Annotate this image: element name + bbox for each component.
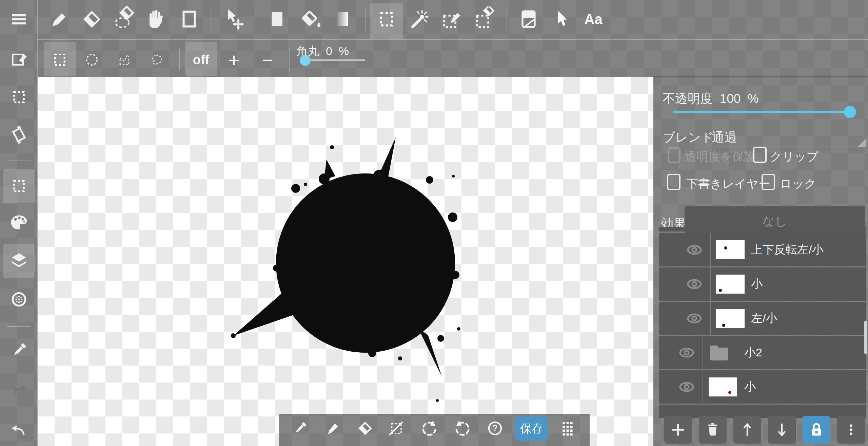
eyedropper-button[interactable]	[3, 334, 35, 367]
quick-eyedropper-button[interactable]	[287, 415, 313, 441]
screentone-tool-button[interactable]	[512, 3, 545, 36]
move-layer-down-button[interactable]	[768, 416, 796, 444]
layer-row[interactable]: 上下反転左/小	[659, 233, 866, 266]
blend-mode-dropdown[interactable]: 通過	[712, 129, 737, 146]
layer-list-scrollbar[interactable]	[864, 321, 867, 354]
draft-layer-label: 下書きレイヤー	[686, 176, 770, 192]
delete-layer-button[interactable]	[699, 416, 727, 444]
lock-layer-button[interactable]	[803, 416, 830, 444]
color-palette-button[interactable]	[3, 206, 35, 239]
selection-expand-button[interactable]: +	[219, 45, 249, 75]
lock-icon	[807, 420, 826, 439]
clip-label: クリップ	[770, 149, 818, 165]
select-pen-tool-button[interactable]	[435, 3, 468, 36]
layer-menu-button[interactable]	[837, 416, 865, 444]
selection-shrink-button[interactable]: −	[253, 45, 282, 75]
main-menu-button[interactable]	[3, 3, 35, 36]
lasso-eraser-tool-button[interactable]	[108, 3, 141, 36]
layer-name: 左/小	[751, 311, 777, 326]
toolbar-separator	[365, 8, 366, 32]
layer-folder-row[interactable]: 小2	[659, 336, 866, 369]
undo-button[interactable]	[3, 413, 35, 445]
rotate-cw-icon	[453, 419, 472, 438]
clip-checkbox[interactable]	[753, 147, 767, 163]
edit-canvas-icon	[8, 49, 30, 70]
solid-color-swatch	[265, 7, 290, 32]
cursor-icon	[549, 7, 573, 32]
move-tool-button[interactable]	[218, 3, 250, 36]
gradient-tool-button[interactable]	[327, 3, 359, 36]
opacity-slider-track[interactable]	[673, 111, 850, 113]
marquee-select-tool-button[interactable]	[370, 3, 403, 36]
thumbnail-dot	[719, 289, 722, 292]
text-tool-button[interactable]: Aa	[577, 3, 610, 36]
visibility-eye-icon[interactable]	[678, 347, 695, 358]
rotate-cw-button[interactable]	[450, 415, 475, 441]
ellipse-select-icon	[81, 49, 102, 70]
layer-row[interactable]: 左/小	[659, 302, 866, 335]
layers-panel-button[interactable]	[3, 244, 35, 277]
materials-button[interactable]	[3, 283, 35, 316]
redo-button[interactable]	[3, 373, 35, 405]
corner-round-slider-knob[interactable]	[300, 55, 311, 66]
eraser-icon	[356, 419, 375, 438]
visibility-eye-icon[interactable]	[686, 244, 703, 255]
visibility-eye-icon[interactable]	[686, 279, 703, 290]
frame-tool-button[interactable]	[173, 3, 205, 36]
hamburger-menu-icon	[9, 9, 29, 30]
add-layer-button[interactable]	[664, 416, 692, 444]
layer-row[interactable]: 小	[659, 370, 866, 404]
help-button[interactable]: ?	[482, 415, 508, 441]
corner-round-value: 0	[326, 44, 332, 57]
select-shape-polygon-button[interactable]	[110, 45, 139, 75]
arrow-down-icon	[773, 421, 791, 439]
layer-thumbnail[interactable]	[716, 240, 745, 259]
effect-dropdown-button[interactable]: なし	[685, 206, 865, 236]
foreground-color-button[interactable]	[261, 3, 294, 36]
visibility-eye-icon[interactable]	[686, 313, 703, 324]
move-layer-up-button[interactable]	[733, 416, 761, 444]
deselect-button[interactable]	[383, 415, 409, 441]
eraser-tool-button[interactable]	[76, 3, 108, 36]
bucket-tool-button[interactable]	[294, 3, 327, 36]
quick-pen-button[interactable]	[320, 415, 346, 441]
layer-thumbnail[interactable]	[716, 309, 745, 328]
layer-thumbnail[interactable]	[716, 275, 745, 294]
corner-round-slider-track[interactable]	[305, 59, 365, 61]
quick-eraser-button[interactable]	[352, 415, 378, 441]
hand-tool-button[interactable]	[139, 3, 172, 36]
marquee-icon	[8, 87, 29, 108]
protect-alpha-checkbox[interactable]	[668, 147, 680, 163]
toolbar-separator	[256, 8, 256, 32]
select-shape-rectangle-button[interactable]	[45, 45, 75, 75]
rotate-canvas-button[interactable]	[3, 118, 35, 151]
layer-row-partial[interactable]	[659, 227, 866, 231]
save-button[interactable]: 保存	[515, 416, 548, 441]
select-eraser-tool-button[interactable]	[468, 3, 501, 36]
magic-wand-tool-button[interactable]	[403, 3, 435, 36]
kebab-menu-icon	[842, 421, 860, 439]
sidebar-select-button[interactable]	[3, 81, 35, 113]
frame-icon	[177, 7, 201, 32]
rotate-ccw-icon	[419, 419, 439, 438]
undo-icon	[8, 418, 30, 440]
layer-thumbnail[interactable]	[709, 377, 737, 396]
visibility-eye-icon[interactable]	[678, 382, 695, 392]
rotate-ccw-button[interactable]	[416, 415, 442, 441]
select-eraser-icon	[472, 6, 497, 32]
layer-row[interactable]: 小	[659, 267, 866, 301]
pen-tool-button[interactable]	[43, 3, 76, 36]
bar-drag-handle[interactable]	[555, 415, 580, 441]
select-shape-ellipse-button[interactable]	[77, 45, 107, 75]
marquee-icon	[8, 175, 29, 197]
select-shape-lasso-button[interactable]	[142, 45, 172, 75]
blend-label: ブレンド	[663, 129, 714, 146]
cursor-tool-button[interactable]	[545, 3, 577, 36]
draft-layer-checkbox[interactable]	[667, 174, 680, 190]
sidebar-marquee-active-button[interactable]	[3, 170, 35, 202]
drawing-canvas[interactable]	[38, 77, 653, 446]
lock-checkbox[interactable]	[762, 174, 775, 190]
selection-off-button[interactable]: off	[186, 45, 216, 75]
opacity-slider-knob[interactable]	[844, 106, 856, 118]
canvas-edit-button[interactable]	[3, 43, 35, 76]
